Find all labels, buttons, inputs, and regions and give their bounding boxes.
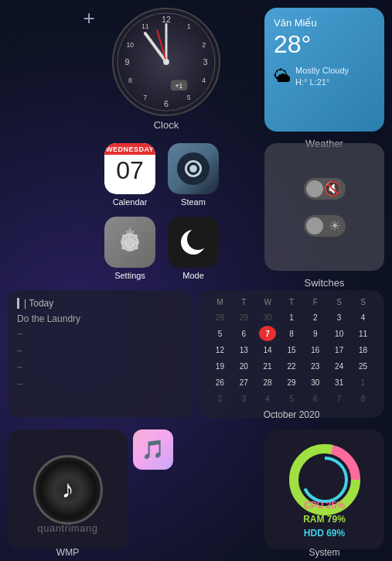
switch-knob-2 [306, 217, 323, 234]
calendar-app-icon[interactable]: WEDNESDAY 07 Calendar [104, 143, 155, 207]
switch-row-1: 🔇 [304, 178, 346, 200]
mini-cal-week-row: 19202122232425 [208, 358, 375, 374]
add-widget-button[interactable]: + [77, 6, 101, 29]
mini-cal-cell: 21 [259, 358, 276, 374]
gear-icon [113, 225, 147, 259]
mode-icon-bg [168, 217, 219, 268]
mode-icon [176, 225, 210, 259]
volume-icon: 🔇 [324, 180, 341, 197]
svg-text:11: 11 [141, 22, 149, 30]
switches-widget: 🔇 ☀ [264, 143, 384, 271]
svg-point-23 [189, 165, 197, 173]
music-note-icon: ♪ [62, 475, 74, 504]
svg-text:3: 3 [203, 57, 208, 67]
mini-cal-cell: 30 [259, 310, 276, 325]
hdd-stat: HDD 69% [264, 526, 384, 540]
mini-cal-cell: 31 [331, 375, 348, 390]
mini-cal-cell: 4 [259, 391, 276, 406]
mini-cal-cell: 23 [307, 358, 324, 374]
svg-text:9: 9 [125, 57, 130, 67]
svg-text:1: 1 [187, 22, 191, 30]
settings-icon-bg [104, 217, 155, 268]
mini-cal-cell: 17 [331, 342, 348, 357]
clock-svg: 12 3 6 9 1 2 4 5 7 8 10 11 [114, 8, 219, 116]
weather-location: Văn Miếu [274, 17, 375, 29]
today-task: Do the Laundry [17, 313, 184, 324]
svg-point-41 [303, 458, 346, 501]
weather-temp: 28° [274, 30, 375, 59]
watermark-text: quantrimang [8, 522, 128, 534]
svg-text:4: 4 [202, 77, 206, 84]
mini-cal-cell: 5 [283, 391, 300, 406]
mini-cal-month: October 2020 [208, 409, 375, 420]
mini-cal-cell: 2 [307, 310, 324, 325]
calendar-weekday: WEDNESDAY [104, 143, 155, 155]
bottom-widgets-row: ♪ quantrimang 🎵 CPU 2 [8, 429, 384, 549]
mini-cal-cell: 13 [235, 342, 252, 357]
today-dashes: –––– [17, 326, 184, 392]
steam-icon-bg [168, 143, 219, 194]
cpu-stat: CPU 25% [264, 498, 384, 512]
mode-app-icon[interactable]: Mode [168, 217, 219, 280]
mini-cal-week-row: 2627282930311 [208, 375, 375, 390]
brightness-icon: ☀ [329, 217, 341, 234]
mini-cal-cell: 27 [235, 375, 252, 390]
mini-cal-cell: 5 [211, 326, 228, 341]
svg-text:8: 8 [128, 77, 132, 84]
weather-widget[interactable]: Văn Miếu 28° 🌥 Mostly Cloudy H:° L:21° [264, 8, 384, 132]
mini-cal-cell: 6 [307, 391, 324, 406]
switch-1[interactable]: 🔇 [304, 178, 346, 200]
switch-knob-1 [306, 180, 323, 197]
calendar-label: Calendar [113, 197, 148, 207]
switch-2[interactable]: ☀ [304, 215, 346, 237]
system-widget[interactable]: CPU 25% RAM 79% HDD 69% [264, 429, 384, 549]
mini-cal-cell: 20 [235, 358, 252, 374]
mini-cal-cell: 29 [235, 310, 252, 325]
wmp-widget[interactable]: ♪ quantrimang [8, 429, 128, 549]
mini-cal-cell: 16 [307, 342, 324, 357]
mini-cal-cell: 25 [354, 358, 371, 374]
svg-point-18 [163, 59, 169, 65]
weather-icon-row: 🌥 Mostly Cloudy H:° L:21° [274, 65, 375, 89]
settings-app-icon[interactable]: Settings [104, 217, 155, 280]
svg-rect-30 [121, 241, 125, 244]
mini-cal-cell: 15 [283, 342, 300, 357]
settings-label: Settings [114, 271, 145, 280]
svg-text:6: 6 [164, 99, 169, 108]
svg-text:+1: +1 [176, 82, 183, 90]
mini-cal-week-row: 2829301234 [208, 310, 375, 325]
mini-cal-cell: 10 [331, 326, 348, 341]
mini-cal-week-row: 12131415161718 [208, 342, 375, 357]
switch-row-2: ☀ [304, 215, 346, 237]
calendar-day: 07 [104, 155, 155, 187]
mini-cal-cell: 7 [331, 391, 348, 406]
mini-cal-cell: 1 [283, 310, 300, 325]
mini-cal-week-row: 567891011 [208, 326, 375, 341]
svg-point-37 [187, 228, 209, 250]
svg-line-15 [145, 33, 166, 62]
switches-label: Switches [264, 277, 384, 289]
mini-cal-cell: 12 [211, 342, 228, 357]
svg-text:5: 5 [187, 94, 191, 101]
mini-cal-header: M T W T F S S [208, 298, 375, 306]
svg-rect-28 [128, 233, 131, 238]
mini-cal-cell: 11 [354, 326, 371, 341]
mini-cal-cell: 3 [235, 391, 252, 406]
clock-face[interactable]: 12 3 6 9 1 2 4 5 7 8 10 11 [112, 8, 220, 116]
steam-app-icon[interactable]: Steam [168, 143, 219, 207]
mini-cal-cell: 29 [283, 375, 300, 390]
mini-cal-week-row: 2345678 [208, 391, 375, 406]
mini-cal-cell: 8 [283, 326, 300, 341]
mini-cal-cell: 28 [211, 310, 228, 325]
music-mini-icon[interactable]: 🎵 [133, 429, 173, 470]
mini-cal-cell: 2 [211, 391, 228, 406]
mode-label: Mode [182, 271, 204, 280]
wmp-label: WMP [8, 547, 128, 558]
mini-cal-grid: 2829301234567891011121314151617181920212… [208, 310, 375, 406]
mini-cal-cell: 1 [354, 375, 371, 390]
weather-hl: H:° L:21° [295, 77, 349, 88]
svg-text:2: 2 [202, 41, 206, 49]
svg-rect-31 [135, 241, 139, 244]
svg-rect-29 [128, 247, 131, 251]
mini-cal-cell: 14 [259, 342, 276, 357]
